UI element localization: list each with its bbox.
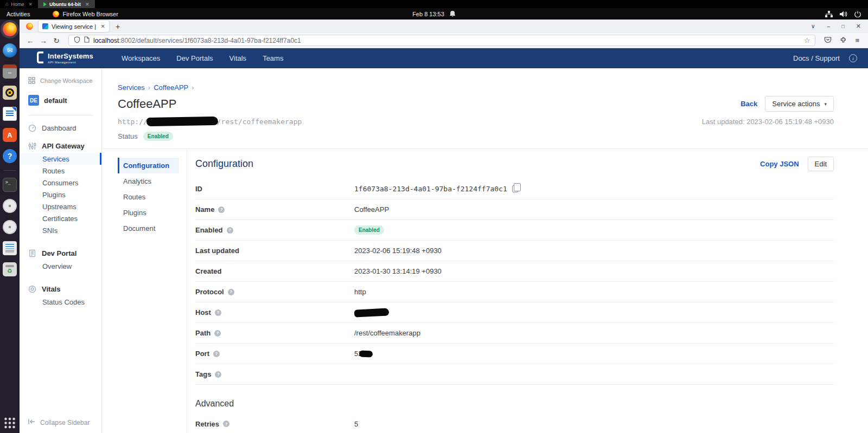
- dock-divider: [4, 170, 16, 171]
- nav-workspaces[interactable]: Workspaces: [122, 54, 160, 62]
- url-bar[interactable]: localhost:8002/default/services/1f6073a8…: [68, 35, 815, 46]
- list-tabs-icon[interactable]: ∨: [811, 23, 815, 30]
- app-menu[interactable]: Firefox Web Browser: [53, 11, 118, 17]
- sidebar-item-services[interactable]: Services: [20, 153, 101, 165]
- disc-1-icon[interactable]: [3, 199, 17, 213]
- help-icon[interactable]: ?: [218, 206, 225, 213]
- help-icon[interactable]: ?: [223, 421, 229, 427]
- service-actions-button[interactable]: Service actions ▾: [765, 96, 834, 112]
- help-icon[interactable]: ?: [228, 289, 234, 295]
- system-tray[interactable]: [825, 11, 868, 17]
- help-icon[interactable]: ?: [227, 227, 233, 234]
- workspace-name: default: [44, 96, 67, 105]
- field-label-host: Host?: [195, 308, 354, 316]
- drive-icon[interactable]: [3, 241, 17, 255]
- terminal-icon[interactable]: [3, 178, 17, 192]
- new-tab-button[interactable]: +: [116, 22, 120, 31]
- last-updated-text: Last updated: 2023-02-06 15:19:48 +0930: [702, 118, 834, 126]
- subnav-document[interactable]: Document: [118, 221, 179, 236]
- workspace-grid-icon: [28, 77, 35, 85]
- reload-icon[interactable]: ↻: [51, 36, 62, 45]
- libreoffice-writer-icon[interactable]: [3, 107, 17, 121]
- files-icon[interactable]: [3, 64, 17, 79]
- app-menu-label: Firefox Web Browser: [62, 11, 118, 17]
- vm-tab-home[interactable]: ⌂Home✕: [0, 0, 38, 8]
- vm-tab-close-icon[interactable]: ✕: [85, 2, 90, 7]
- sidebar-item-dev-portal[interactable]: Dev Portal: [20, 246, 101, 260]
- breadcrumb-link-services[interactable]: Services: [118, 83, 145, 92]
- field-label-port: Port?: [195, 350, 354, 358]
- subnav-routes[interactable]: Routes: [118, 189, 179, 205]
- subnav-plugins[interactable]: Plugins: [118, 205, 179, 221]
- forward-icon[interactable]: →: [38, 36, 49, 45]
- back-link[interactable]: Back: [741, 100, 757, 108]
- sidebar-item-plugins[interactable]: Plugins: [20, 189, 101, 201]
- info-icon[interactable]: i: [849, 54, 857, 62]
- breadcrumb-link-coffeeapp[interactable]: CoffeeAPP: [154, 83, 188, 92]
- sidebar-item-consumers[interactable]: Consumers: [20, 177, 101, 189]
- brand-name: InterSystems: [48, 53, 93, 60]
- rhythmbox-icon[interactable]: [3, 86, 17, 100]
- trash-icon[interactable]: [3, 262, 17, 276]
- help-icon[interactable]: ?: [215, 371, 221, 378]
- change-workspace-button[interactable]: Change Workspace: [20, 75, 101, 87]
- back-icon[interactable]: ←: [25, 36, 36, 45]
- copy-json-link[interactable]: Copy JSON: [760, 160, 799, 168]
- nav-teams[interactable]: Teams: [263, 54, 283, 62]
- firefox-view-icon[interactable]: [26, 23, 33, 30]
- docs-support-link[interactable]: Docs / Support: [793, 54, 840, 62]
- activities-button[interactable]: Activities: [0, 8, 36, 20]
- pocket-icon[interactable]: [824, 36, 832, 45]
- sidebar-item-certificates[interactable]: Certificates: [20, 212, 101, 224]
- sidebar-item-dashboard[interactable]: Dashboard: [20, 121, 101, 135]
- sidebar-item-api-gateway[interactable]: API Gateway: [20, 139, 101, 153]
- bookmark-star-icon[interactable]: ☆: [804, 36, 810, 44]
- collapse-sidebar-button[interactable]: Collapse Sidebar: [28, 418, 90, 426]
- sidebar-item-routes[interactable]: Routes: [20, 165, 101, 177]
- subnav-analytics[interactable]: Analytics: [118, 173, 179, 189]
- browser-tab[interactable]: Viewing service | Kong M ✕: [39, 21, 109, 32]
- redaction-host-url: [146, 117, 218, 126]
- sidebar-item-vitals[interactable]: Vitals: [20, 282, 101, 296]
- page-info-icon[interactable]: [84, 36, 90, 44]
- field-label-text: Created: [195, 267, 221, 275]
- clock-area[interactable]: Feb 8 13:53: [412, 8, 456, 20]
- dashboard-icon: [28, 124, 36, 132]
- config-row-host: Host?: [195, 302, 834, 323]
- help-icon[interactable]: ?: [213, 351, 220, 357]
- collapse-sidebar-label: Collapse Sidebar: [40, 419, 90, 426]
- help-icon[interactable]: ?: [215, 309, 221, 316]
- edit-button[interactable]: Edit: [808, 157, 834, 171]
- minimize-icon[interactable]: −: [827, 23, 830, 30]
- tab-close-icon[interactable]: ✕: [101, 23, 105, 29]
- sidebar-item-snis[interactable]: SNIs: [20, 224, 101, 236]
- close-icon[interactable]: ✕: [856, 23, 861, 30]
- intersystems-logo[interactable]: InterSystems API Management: [37, 51, 93, 65]
- vm-tab-bar: ⌂Home✕Ubuntu 64-bit✕: [0, 0, 868, 8]
- extensions-icon[interactable]: [840, 36, 847, 45]
- restore-icon[interactable]: □: [841, 24, 844, 29]
- help-icon[interactable]: ?: [214, 330, 221, 337]
- sidebar-item-upstreams[interactable]: Upstreams: [20, 201, 101, 212]
- sidebar-item-status-codes[interactable]: Status Codes: [20, 296, 101, 308]
- help-icon[interactable]: [3, 149, 17, 163]
- firefox-icon[interactable]: [3, 22, 17, 36]
- enabled-badge: Enabled: [354, 225, 384, 235]
- nav-dev-portals[interactable]: Dev Portals: [176, 54, 213, 62]
- bell-icon: [449, 10, 456, 17]
- workspace-row[interactable]: DE default: [20, 93, 101, 107]
- subnav-configuration[interactable]: Configuration: [118, 158, 179, 173]
- ubuntu-software-icon[interactable]: [3, 128, 17, 142]
- disc-2-icon[interactable]: [3, 220, 17, 234]
- thunderbird-icon[interactable]: [3, 43, 17, 57]
- vm-tab-ubuntu-64-bit[interactable]: Ubuntu 64-bit✕: [38, 0, 95, 8]
- nav-vitals[interactable]: Vitals: [229, 54, 247, 62]
- tab-title: Viewing service | Kong M: [52, 23, 98, 30]
- home-icon: ⌂: [5, 2, 8, 7]
- sidebar-item-overview[interactable]: Overview: [20, 260, 101, 272]
- copy-icon[interactable]: [512, 185, 518, 192]
- vm-tab-close-icon[interactable]: ✕: [28, 2, 33, 7]
- show-applications-button[interactable]: [4, 417, 16, 429]
- menu-icon[interactable]: ≡: [855, 36, 859, 44]
- shield-icon[interactable]: [74, 36, 80, 45]
